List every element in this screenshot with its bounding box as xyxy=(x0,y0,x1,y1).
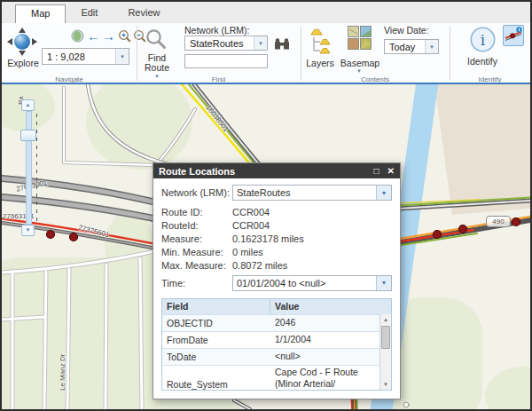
field-cell: ToDate xyxy=(162,352,270,362)
table-row[interactable]: OBJECTID 2046 xyxy=(162,314,379,331)
group-label-contents: Contents xyxy=(301,75,450,83)
route-point-marker[interactable] xyxy=(70,233,78,241)
zoom-slider-handle[interactable] xyxy=(20,130,36,141)
table-row[interactable]: FromDate 1/1/2004 xyxy=(162,331,379,348)
chevron-down-icon[interactable]: ▼ xyxy=(425,40,438,53)
route-point-marker[interactable] xyxy=(434,231,442,239)
measure-label: Measure: xyxy=(161,233,232,244)
route-search-input[interactable] xyxy=(184,54,268,68)
view-date-combo[interactable]: Today ▼ xyxy=(384,39,439,54)
dialog-network-combo[interactable]: StateRoutes ▼ xyxy=(232,185,392,201)
previous-extent-icon[interactable]: ← xyxy=(87,29,100,43)
zoom-slider-down-button[interactable]: ▼ xyxy=(21,225,35,236)
zoom-slider-ticks xyxy=(36,114,37,222)
scroll-up-icon[interactable]: ▲ xyxy=(380,314,391,325)
network-lrm-label: Network (LRM): xyxy=(184,25,264,36)
table-row[interactable]: ToDate <null> xyxy=(162,348,379,365)
attributes-table: Field Value OBJECTID 2046 FromDate 1/1/2… xyxy=(161,298,392,391)
routeid-value: CCR004 xyxy=(232,220,270,231)
route-point-marker[interactable] xyxy=(512,218,520,226)
group-divider xyxy=(450,26,450,81)
maximize-icon[interactable]: □ xyxy=(374,167,379,176)
svg-text:i: i xyxy=(481,31,486,49)
scroll-down-icon[interactable]: ▼ xyxy=(380,379,391,390)
route-id-label: Route ID: xyxy=(161,207,232,217)
map-scale-combo[interactable]: 1 : 9,028 ▼ xyxy=(42,48,129,65)
routeid-label: RouteId: xyxy=(161,220,232,231)
layers-button[interactable]: Layers xyxy=(300,58,340,68)
column-header-field: Field xyxy=(162,299,270,314)
dialog-network-value: StateRoutes xyxy=(237,187,291,198)
route-shield-label: 490 xyxy=(486,216,511,227)
min-measure-label: Min. Measure: xyxy=(161,247,232,257)
route-locations-dialog: Route Locations □ ✕ Network (LRM): State… xyxy=(153,162,401,399)
identify-icon[interactable]: i xyxy=(469,26,497,53)
max-measure-value: 0.8072 miles xyxy=(232,260,287,271)
chevron-down-icon[interactable]: ▼ xyxy=(376,186,391,200)
dialog-network-label: Network (LRM): xyxy=(161,187,232,198)
identify-route-locations-tool-active[interactable] xyxy=(503,25,524,46)
value-cell: 2046 xyxy=(270,316,379,329)
tab-edit[interactable]: Edit xyxy=(66,4,113,23)
view-date-value: Today xyxy=(389,42,415,52)
min-measure-value: 0 miles xyxy=(232,247,263,257)
zoom-slider-up-button[interactable]: ▲ xyxy=(21,99,35,111)
ribbon-tab-bar: Map Edit Review xyxy=(2,2,530,23)
chevron-down-icon[interactable]: ▼ xyxy=(254,36,267,50)
group-divider xyxy=(301,26,301,81)
measure-value: 0.1623178 miles xyxy=(232,233,304,244)
value-cell: Cape Cod - F Route (Minor Arterial/ Coll… xyxy=(270,366,379,391)
chevron-down-icon[interactable]: ▼ xyxy=(376,276,391,290)
field-cell: FromDate xyxy=(162,335,270,345)
full-extent-globe-icon[interactable] xyxy=(71,29,84,43)
chevron-down-icon[interactable]: ▼ xyxy=(356,68,362,74)
find-route-icon[interactable] xyxy=(145,28,168,51)
chevron-down-icon[interactable]: ▼ xyxy=(115,49,129,64)
fixed-zoom-in-icon[interactable] xyxy=(118,29,131,43)
route-id-value: CCR004 xyxy=(232,207,270,217)
field-cell: OBJECTID xyxy=(162,318,270,328)
basemap-icon[interactable] xyxy=(348,26,372,50)
map-scale-value: 1 : 9,028 xyxy=(47,51,85,62)
identify-button[interactable]: Identify xyxy=(457,56,508,67)
max-measure-label: Max. Measure: xyxy=(161,260,232,271)
app-window: Map Edit Review Explore ← → xyxy=(0,0,532,411)
basemap-button[interactable]: Basemap xyxy=(338,58,382,68)
table-header: Field Value xyxy=(162,299,391,314)
layers-icon[interactable] xyxy=(309,28,332,54)
tab-review[interactable]: Review xyxy=(113,4,175,23)
next-extent-icon[interactable]: → xyxy=(102,29,115,43)
explore-button[interactable]: Explore xyxy=(2,58,44,68)
route-point-marker[interactable] xyxy=(459,225,467,233)
value-cell: <null> xyxy=(270,350,379,363)
close-icon[interactable]: ✕ xyxy=(387,167,395,176)
time-value: 01/01/2004 to <null> xyxy=(237,278,325,288)
group-label-navigate: Navigate xyxy=(2,75,137,83)
street-name-label: Le Manz Dr xyxy=(59,354,66,391)
dialog-title-bar[interactable]: Route Locations □ ✕ xyxy=(153,163,400,178)
map-view[interactable]: 27663001 27663101 27325601 16038501 Le M… xyxy=(2,84,530,409)
network-lrm-value: StateRoutes xyxy=(190,38,244,49)
view-date-label: View Date: xyxy=(384,25,446,36)
time-combo[interactable]: 01/01/2004 to <null> ▼ xyxy=(232,275,392,291)
network-lrm-combo[interactable]: StateRoutes ▼ xyxy=(184,36,268,51)
time-label: Time: xyxy=(161,278,232,288)
zoom-slider-track[interactable] xyxy=(26,111,32,225)
tab-map[interactable]: Map xyxy=(15,4,66,23)
table-scrollbar[interactable]: ▲ ▼ xyxy=(379,314,391,390)
ribbon: Map Edit Review Explore ← → xyxy=(2,2,530,84)
group-label-find: Find xyxy=(137,75,301,83)
value-cell: 1/1/2004 xyxy=(270,333,379,346)
column-header-value: Value xyxy=(270,301,391,312)
dialog-title: Route Locations xyxy=(159,166,235,177)
group-label-identify: Identify xyxy=(450,75,530,83)
route-point-marker[interactable] xyxy=(47,231,55,239)
explore-icon[interactable] xyxy=(6,28,38,58)
table-row[interactable]: Route_System Cape Cod - F Route (Minor A… xyxy=(162,365,379,391)
identify-route-icon xyxy=(504,26,523,45)
field-cell: Route_System xyxy=(162,379,270,390)
binoculars-search-icon[interactable] xyxy=(274,37,290,51)
scrollbar-thumb[interactable] xyxy=(381,326,390,349)
find-route-button-line2[interactable]: Route xyxy=(132,62,182,73)
